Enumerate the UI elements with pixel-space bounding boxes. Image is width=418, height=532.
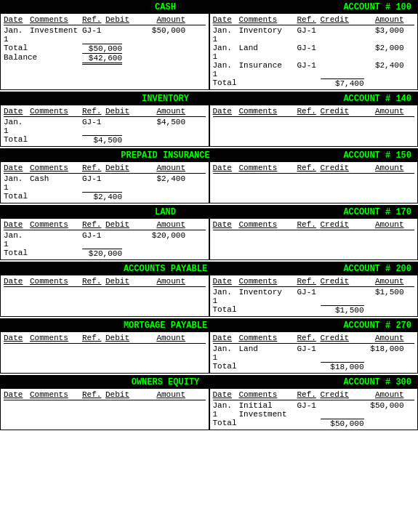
left-balance-amount-cash: $42,600 [82,53,122,65]
right-cell-2-0-cash: GJ-1 [297,26,321,35]
right-row-0-owners-equity: Jan. 1Initial InvestmentGJ-1$50,000 [213,401,415,419]
left-col-header-0-land: Date [4,220,30,229]
left-mortgage-payable: DateCommentsRef.DebitAmount [1,332,210,373]
left-row-0-land: Jan. 1GJ-1$20,000 [4,231,206,249]
right-total-row-accounts-payable: Total$1,500 [213,305,415,315]
right-col-header-1-prepaid-insurance: Comments [239,164,297,172]
right-col-header-3-prepaid-insurance: Credit [321,164,361,172]
left-cell-2-0-prepaid-insurance: GJ-1 [82,174,105,183]
right-cell-1-1-cash: Land [239,44,297,52]
right-col-header-2-owners-equity: Ref. [297,390,321,399]
left-cell-2-0-cash: GJ-1 [82,26,105,35]
right-cell-2-0-mortgage-payable: GJ-1 [297,344,321,353]
left-inventory: DateCommentsRef.DebitAmountJan. 1GJ-1$4,… [1,105,210,146]
left-cash: DateCommentsRef.DebitAmountJan. 1Investm… [1,14,210,89]
right-col-header-0-accounts-payable: Date [213,277,239,286]
right-row-0-cash: Jan. 1InventoryGJ-1$3,000 [213,26,415,44]
section-cash: CASHACCOUNT # 100DateCommentsRef.DebitAm… [0,0,418,90]
account-name-land: LAND [7,207,324,217]
account-name-mortgage-payable: MORTGAGE PAYABLE [7,321,324,331]
left-cell-1-0-cash: Investment [30,26,82,35]
left-col-header-0-owners-equity: Date [4,390,30,399]
left-col-header-2-inventory: Ref. [82,107,105,116]
right-col-header-0-inventory: Date [213,107,239,116]
right-total-row-mortgage-payable: Total$18,000 [213,362,415,371]
header-cash: CASHACCOUNT # 100 [1,1,417,14]
body-owners-equity: DateCommentsRef.DebitAmount DateComments… [1,389,417,430]
right-col-header-amount-prepaid-insurance: Amount [361,164,404,172]
header-mortgage-payable: MORTGAGE PAYABLEACCOUNT # 270 [1,319,417,332]
right-col-header-2-cash: Ref. [297,15,321,24]
left-col-header-0-prepaid-insurance: Date [4,164,30,172]
left-total-row-prepaid-insurance: Total$2,400 [4,192,206,201]
left-col-header-3-cash: Debit [105,15,145,24]
left-cell-4-0-cash: $50,000 [145,26,185,35]
right-cell-1-0-cash: Inventory [239,26,297,35]
left-land: DateCommentsRef.DebitAmountJan. 1GJ-1$20… [1,219,210,259]
section-inventory: INVENTORYACCOUNT # 140DateCommentsRef.De… [0,92,418,147]
right-col-headers-owners-equity: DateCommentsRef.CreditAmount [213,390,415,400]
right-cell-1-0-mortgage-payable: Land [239,344,297,353]
left-col-header-2-prepaid-insurance: Ref. [82,164,105,172]
left-row-0-inventory: Jan. 1GJ-1$4,500 [4,118,206,135]
left-cell-4-0-prepaid-insurance: $2,400 [145,174,185,183]
body-mortgage-payable: DateCommentsRef.DebitAmount DateComments… [1,332,417,373]
left-prepaid-insurance: DateCommentsRef.DebitAmountJan. 1CashGJ-… [1,162,210,203]
left-total-row-inventory: Total$4,500 [4,135,206,145]
right-cell-4-0-cash: $3,000 [361,26,404,35]
body-land: DateCommentsRef.DebitAmountJan. 1GJ-1$20… [1,219,417,259]
right-col-header-0-owners-equity: Date [213,390,239,399]
left-cell-0-0-cash: Jan. 1 [4,26,30,44]
right-cell-0-0-cash: Jan. 1 [213,26,239,44]
right-row-0-mortgage-payable: Jan. 1LandGJ-1$18,000 [213,344,415,362]
right-col-header-2-accounts-payable: Ref. [297,277,321,286]
left-col-header-1-inventory: Comments [30,107,82,116]
account-name-prepaid-insurance: PREPAID INSURANCE [7,150,324,161]
left-cell-4-0-land: $20,000 [145,231,185,240]
left-total-amount-land: $20,000 [82,249,122,258]
section-prepaid-insurance: PREPAID INSURANCEACCOUNT # 150DateCommen… [0,148,418,203]
right-col-header-amount-accounts-payable: Amount [361,277,404,286]
right-cell-2-0-accounts-payable: GJ-1 [297,288,321,297]
left-col-header-3-prepaid-insurance: Debit [105,164,145,172]
left-col-header-amount-cash: Amount [145,15,185,24]
right-cell-4-2-cash: $2,400 [361,61,404,70]
left-col-headers-accounts-payable: DateCommentsRef.DebitAmount [4,277,206,287]
left-col-headers-inventory: DateCommentsRef.DebitAmount [4,107,206,117]
right-cell-4-0-mortgage-payable: $18,000 [361,344,404,353]
right-col-header-1-owners-equity: Comments [239,390,297,399]
right-col-headers-accounts-payable: DateCommentsRef.CreditAmount [213,277,415,287]
right-empty-row-0-land [213,231,415,240]
right-total-label-mortgage-payable: Total [213,362,321,371]
right-col-headers-inventory: DateCommentsRef.CreditAmount [213,107,415,117]
left-col-header-0-cash: Date [4,15,30,24]
left-total-label-inventory: Total [4,135,82,145]
account-num-mortgage-payable: ACCOUNT # 270 [324,321,411,331]
right-col-header-1-mortgage-payable: Comments [239,334,297,342]
left-empty-row-0-accounts-payable [4,288,206,297]
right-cell-4-1-cash: $2,000 [361,44,404,52]
left-col-headers-mortgage-payable: DateCommentsRef.DebitAmount [4,334,206,344]
right-cash: DateCommentsRef.CreditAmountJan. 1Invent… [210,14,418,89]
right-cell-0-1-cash: Jan. 1 [213,44,239,61]
header-inventory: INVENTORYACCOUNT # 140 [1,92,417,105]
right-col-header-2-prepaid-insurance: Ref. [297,164,321,172]
right-col-header-amount-mortgage-payable: Amount [361,334,404,342]
right-col-header-3-owners-equity: Credit [321,390,361,399]
left-col-header-3-mortgage-payable: Debit [105,334,145,342]
left-total-amount-prepaid-insurance: $2,400 [82,192,122,201]
right-total-row-cash: Total$7,400 [213,78,415,88]
right-empty-row-0-inventory [213,118,415,126]
right-col-header-3-mortgage-payable: Credit [321,334,361,342]
right-total-label-owners-equity: Total [213,419,321,428]
header-owners-equity: OWNERS EQUITYACCOUNT # 300 [1,376,417,389]
right-col-header-2-mortgage-payable: Ref. [297,334,321,342]
left-col-header-3-inventory: Debit [105,107,145,116]
body-prepaid-insurance: DateCommentsRef.DebitAmountJan. 1CashGJ-… [1,162,417,203]
left-col-header-2-mortgage-payable: Ref. [82,334,105,342]
right-col-header-1-accounts-payable: Comments [239,277,297,286]
right-col-header-2-inventory: Ref. [297,107,321,116]
account-num-inventory: ACCOUNT # 140 [324,94,411,104]
account-num-land: ACCOUNT # 170 [324,207,411,217]
right-total-label-cash: Total [213,78,321,88]
